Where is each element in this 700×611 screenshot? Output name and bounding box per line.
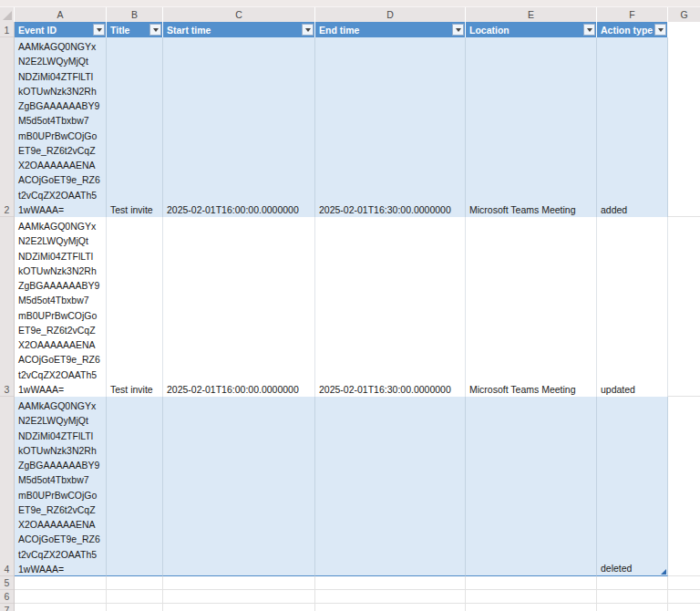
- empty-cell[interactable]: [163, 604, 315, 611]
- header-label: Title: [110, 25, 129, 36]
- column-letter-f[interactable]: F: [597, 7, 668, 22]
- table-row: AAMkAGQ0NGYx N2E2LWQyMjQt NDZiMi04ZTFlLT…: [15, 397, 700, 576]
- empty-cell[interactable]: [163, 576, 315, 590]
- cell-title[interactable]: [107, 397, 163, 576]
- table-row: AAMkAGQ0NGYx N2E2LWQyMjQt NDZiMi04ZTFlLT…: [15, 37, 700, 217]
- row-number-3[interactable]: 3: [0, 217, 14, 397]
- cell-action-type[interactable]: deleted: [597, 397, 668, 576]
- table-header-row: Event ID Title Start time End time Locat…: [15, 22, 700, 37]
- cell-action-type[interactable]: updated: [597, 217, 668, 397]
- empty-cell[interactable]: [107, 576, 163, 590]
- chevron-down-icon: [97, 28, 102, 32]
- filter-dropdown-button[interactable]: [302, 24, 314, 36]
- cell-event-id[interactable]: AAMkAGQ0NGYx N2E2LWQyMjQt NDZiMi04ZTFlLT…: [15, 217, 107, 397]
- chevron-down-icon: [456, 28, 461, 32]
- sheet-body: 1 2 3 4 5 6 7 Event ID Title Start time: [0, 22, 700, 611]
- table-resize-handle[interactable]: [661, 569, 666, 575]
- empty-cell[interactable]: [668, 576, 700, 590]
- empty-cell[interactable]: [15, 590, 107, 604]
- column-letter-g[interactable]: G: [668, 7, 700, 22]
- cell-outside-table[interactable]: [668, 217, 700, 397]
- empty-cell[interactable]: [466, 576, 597, 590]
- header-start-time[interactable]: Start time: [163, 22, 315, 37]
- empty-cell[interactable]: [315, 576, 466, 590]
- cell-location[interactable]: Microsoft Teams Meeting: [466, 217, 597, 397]
- header-label: End time: [319, 25, 359, 36]
- filter-dropdown-button[interactable]: [654, 24, 666, 36]
- header-event-id[interactable]: Event ID: [15, 22, 107, 37]
- empty-cell[interactable]: [107, 590, 163, 604]
- empty-cell[interactable]: [597, 590, 668, 604]
- empty-cell[interactable]: [15, 604, 107, 611]
- chevron-down-icon: [658, 28, 664, 32]
- cell-title[interactable]: Test invite: [107, 37, 163, 217]
- select-all-triangle-icon: [3, 11, 12, 20]
- empty-cell[interactable]: [597, 576, 668, 590]
- header-label: Location: [469, 25, 510, 36]
- column-letter-b[interactable]: B: [107, 7, 163, 22]
- empty-cell[interactable]: [668, 604, 700, 611]
- cell-outside-table[interactable]: [668, 397, 700, 576]
- cell-event-id[interactable]: AAMkAGQ0NGYx N2E2LWQyMjQt NDZiMi04ZTFlLT…: [15, 37, 107, 217]
- grid-cells: Event ID Title Start time End time Locat…: [15, 22, 700, 611]
- header-action-type[interactable]: Action type: [597, 22, 668, 37]
- table-row: AAMkAGQ0NGYx N2E2LWQyMjQt NDZiMi04ZTFlLT…: [15, 217, 700, 397]
- chevron-down-icon: [587, 28, 592, 32]
- empty-cell[interactable]: [668, 590, 700, 604]
- cell-g1[interactable]: [668, 22, 700, 37]
- filter-dropdown-button[interactable]: [583, 24, 595, 36]
- empty-grid-row: [15, 604, 700, 611]
- column-header-row: A B C D E F G: [0, 7, 700, 22]
- cell-start-time[interactable]: [163, 397, 315, 576]
- cell-start-time[interactable]: 2025-02-01T16:00:00.0000000: [163, 37, 315, 217]
- empty-cell[interactable]: [466, 590, 597, 604]
- row-number-1[interactable]: 1: [0, 22, 14, 37]
- select-all-corner[interactable]: [0, 7, 15, 22]
- cell-end-time[interactable]: 2025-02-01T16:30:00.0000000: [315, 37, 466, 217]
- empty-cell[interactable]: [15, 576, 107, 590]
- cell-value: deleted: [601, 563, 632, 574]
- empty-cell[interactable]: [163, 590, 315, 604]
- spreadsheet-app: A B C D E F G 1 2 3 4 5 6 7 Event ID Tit…: [0, 0, 700, 611]
- filter-dropdown-button[interactable]: [452, 24, 464, 36]
- cell-end-time[interactable]: 2025-02-01T16:30:00.0000000: [315, 217, 466, 397]
- empty-cell[interactable]: [597, 604, 668, 611]
- cell-outside-table[interactable]: [668, 37, 700, 217]
- header-label: Action type: [601, 25, 653, 36]
- header-label: Event ID: [18, 25, 57, 36]
- filter-dropdown-button[interactable]: [93, 24, 105, 36]
- cell-action-type[interactable]: added: [597, 37, 668, 217]
- cell-title[interactable]: Test invite: [107, 217, 163, 397]
- chevron-down-icon: [305, 28, 311, 32]
- cell-location[interactable]: Microsoft Teams Meeting: [466, 37, 597, 217]
- empty-cell[interactable]: [466, 604, 597, 611]
- empty-grid-row: [15, 576, 700, 590]
- empty-cell[interactable]: [107, 604, 163, 611]
- row-number-4[interactable]: 4: [0, 397, 14, 576]
- column-letter-a[interactable]: A: [15, 7, 107, 22]
- column-letter-e[interactable]: E: [466, 7, 597, 22]
- chevron-down-icon: [153, 28, 159, 32]
- cell-event-id[interactable]: AAMkAGQ0NGYx N2E2LWQyMjQt NDZiMi04ZTFlLT…: [15, 397, 107, 576]
- cell-end-time[interactable]: [315, 397, 466, 576]
- header-label: Start time: [167, 25, 211, 36]
- header-end-time[interactable]: End time: [315, 22, 466, 37]
- empty-cell[interactable]: [315, 590, 466, 604]
- column-letter-c[interactable]: C: [163, 7, 315, 22]
- row-number-5[interactable]: 5: [0, 576, 14, 590]
- column-letter-d[interactable]: D: [315, 7, 466, 22]
- row-number-2[interactable]: 2: [0, 37, 14, 217]
- header-title[interactable]: Title: [107, 22, 163, 37]
- row-number-7[interactable]: 7: [0, 604, 14, 611]
- cell-start-time[interactable]: 2025-02-01T16:00:00.0000000: [163, 217, 315, 397]
- header-location[interactable]: Location: [466, 22, 597, 37]
- cell-location[interactable]: [466, 397, 597, 576]
- row-number-6[interactable]: 6: [0, 590, 14, 604]
- ribbon-bottom-edge: [0, 0, 700, 7]
- filter-dropdown-button[interactable]: [149, 24, 161, 36]
- empty-grid-row: [15, 590, 700, 604]
- empty-cell[interactable]: [315, 604, 466, 611]
- row-number-gutter: 1 2 3 4 5 6 7: [0, 22, 15, 611]
